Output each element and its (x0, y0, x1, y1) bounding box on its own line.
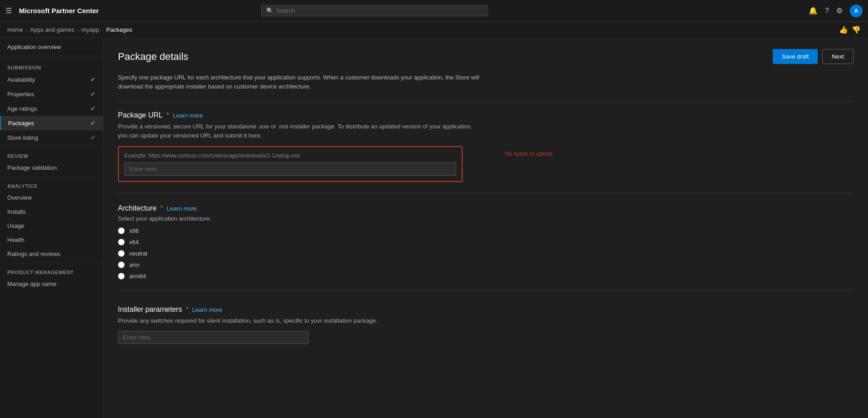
page-title: Package details (118, 51, 188, 63)
installer-parameters-section: Installer parameters * Learn more Provid… (118, 305, 853, 344)
settings-icon[interactable]: ⚙ (836, 6, 843, 15)
package-url-title: Package URL * Learn more (118, 111, 853, 119)
package-url-input[interactable] (124, 162, 456, 176)
package-url-desc: Provide a versioned, secure URL for your… (118, 122, 481, 140)
sidebar-item-installs[interactable]: Installs (0, 205, 103, 219)
package-url-section: Package URL * Learn more Provide a versi… (118, 111, 853, 182)
installer-parameters-title: Installer parameters * Learn more (118, 305, 853, 314)
architecture-required: * (160, 204, 163, 212)
radio-input-neutral[interactable] (118, 250, 125, 257)
radio-label-x86: x86 (129, 227, 139, 234)
sidebar-item-package-validation[interactable]: Package validation (0, 161, 103, 175)
package-url-label: Package URL (118, 111, 163, 119)
radio-label-arm64: arm64 (129, 273, 146, 280)
breadcrumb-current: Packages (106, 26, 132, 33)
breadcrumb-bar: Home › Apps and games › myapp › Packages… (0, 22, 868, 38)
header-buttons: Save draft Next (773, 49, 853, 64)
sidebar-section-analytics: Analytics (0, 179, 103, 191)
check-icon-packages: ✔ (90, 119, 96, 127)
package-url-learn-more[interactable]: Learn more (173, 112, 203, 119)
architecture-learn-more[interactable]: Learn more (167, 205, 197, 212)
architecture-desc: Select your application architecture. (118, 215, 853, 222)
check-icon-store-listing: ✔ (90, 134, 96, 141)
main-layout: Application overview Submission Availabi… (0, 38, 868, 418)
radio-arm[interactable]: arm (118, 261, 853, 268)
package-url-error: No option to upload (505, 151, 552, 157)
sidebar-section-submission: Submission (0, 60, 103, 72)
installer-parameters-learn-more[interactable]: Learn more (192, 306, 222, 313)
help-icon[interactable]: ? (825, 7, 829, 15)
page-description: Specify one package URL for each archite… (118, 73, 481, 91)
sidebar-item-ratings-reviews[interactable]: Ratings and reviews (0, 247, 103, 261)
breadcrumb-myapp[interactable]: myapp (82, 26, 99, 33)
search-input[interactable] (276, 7, 483, 14)
search-icon: 🔍 (266, 7, 273, 14)
sidebar-label-package-validation: Package validation (7, 164, 57, 171)
radio-input-arm64[interactable] (118, 273, 125, 280)
check-icon-properties: ✔ (90, 90, 96, 98)
installer-parameters-label: Installer parameters (118, 305, 182, 314)
feedback-icons: 👍 👎 (839, 25, 861, 34)
architecture-radio-group: x86 x64 neutral arm arm64 (118, 227, 853, 280)
thumbs-up-icon[interactable]: 👍 (839, 25, 848, 34)
sidebar-item-properties[interactable]: Properties ✔ (0, 87, 103, 101)
thumbs-down-icon[interactable]: 👎 (852, 25, 861, 34)
installer-parameters-input[interactable] (118, 331, 308, 344)
radio-x64[interactable]: x64 (118, 239, 853, 246)
radio-input-arm[interactable] (118, 261, 125, 268)
sidebar-item-health[interactable]: Health (0, 233, 103, 247)
sidebar-label-ratings-reviews: Ratings and reviews (7, 251, 60, 257)
architecture-label: Architecture (118, 204, 156, 212)
breadcrumb-apps-games[interactable]: Apps and games (30, 26, 74, 33)
sidebar-label-health: Health (7, 236, 24, 243)
sidebar-section-product-mgmt: Product management (0, 265, 103, 277)
package-url-example: Example: https://www.contoso.com/contoso… (124, 152, 456, 159)
save-draft-button[interactable]: Save draft (773, 49, 818, 64)
sidebar-label-store-listing: Store listing (7, 134, 38, 141)
sidebar-item-availability[interactable]: Availability ✔ (0, 72, 103, 87)
architecture-title: Architecture * Learn more (118, 204, 853, 212)
radio-input-x86[interactable] (118, 227, 125, 234)
radio-x86[interactable]: x86 (118, 227, 853, 234)
sidebar-item-packages[interactable]: Packages ✔ (0, 116, 103, 130)
avatar[interactable]: A (850, 5, 863, 17)
sidebar: Application overview Submission Availabi… (0, 38, 103, 418)
sidebar-label-installs: Installs (7, 208, 25, 215)
check-icon-age-ratings: ✔ (90, 105, 96, 112)
package-url-box: Example: https://www.contoso.com/contoso… (118, 146, 463, 182)
search-bar[interactable]: 🔍 (261, 5, 488, 16)
check-icon-availability: ✔ (90, 76, 96, 83)
radio-neutral[interactable]: neutral (118, 250, 853, 257)
notification-icon[interactable]: 🔔 (809, 6, 818, 15)
menu-icon[interactable]: ☰ (5, 6, 12, 15)
sidebar-label-packages: Packages (8, 120, 34, 127)
radio-label-x64: x64 (129, 239, 139, 246)
breadcrumb-home[interactable]: Home (7, 26, 23, 33)
sidebar-label-properties: Properties (7, 91, 34, 98)
sidebar-label-availability: Availability (7, 76, 35, 83)
sidebar-item-store-listing[interactable]: Store listing ✔ (0, 130, 103, 145)
content-header: Package details Save draft Next (118, 49, 853, 64)
topbar-icons: 🔔 ? ⚙ A (809, 5, 863, 17)
sidebar-item-age-ratings[interactable]: Age ratings ✔ (0, 101, 103, 116)
installer-parameters-desc: Provide any switches required for silent… (118, 316, 481, 325)
sidebar-label-manage-app-name: Manage app name (7, 280, 56, 287)
sidebar-label-usage: Usage (7, 222, 24, 229)
sidebar-item-usage[interactable]: Usage (0, 219, 103, 233)
sidebar-label-age-ratings: Age ratings (7, 105, 37, 112)
breadcrumb-sep-1: › (26, 27, 28, 33)
installer-parameters-required: * (185, 305, 188, 314)
radio-arm64[interactable]: arm64 (118, 273, 853, 280)
sidebar-item-app-overview[interactable]: Application overview (0, 38, 103, 56)
sidebar-item-overview[interactable]: Overview (0, 191, 103, 205)
package-url-required: * (166, 111, 169, 119)
radio-input-x64[interactable] (118, 239, 125, 246)
content-area: Package details Save draft Next Specify … (103, 38, 868, 418)
radio-label-arm: arm (129, 261, 139, 268)
sidebar-item-manage-app-name[interactable]: Manage app name (0, 277, 103, 291)
topbar: ☰ Microsoft Partner Center 🔍 🔔 ? ⚙ A (0, 0, 868, 22)
sidebar-section-review: Review (0, 149, 103, 161)
architecture-section: Architecture * Learn more Select your ap… (118, 204, 853, 280)
next-button[interactable]: Next (822, 49, 853, 64)
sidebar-label-overview: Overview (7, 194, 32, 201)
